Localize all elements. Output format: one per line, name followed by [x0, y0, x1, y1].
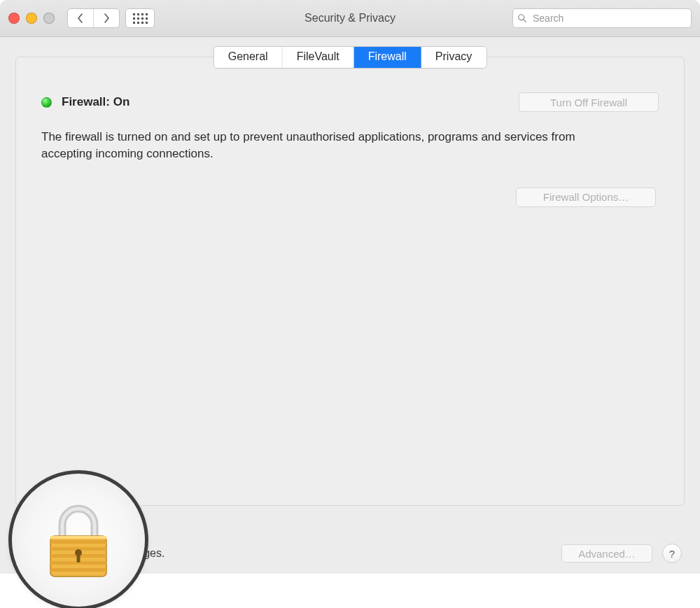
tab-filevault[interactable]: FileVault	[283, 47, 354, 68]
zoom-window-button[interactable]	[43, 13, 55, 24]
lock-callout-highlight	[8, 470, 148, 608]
tab-bar: General FileVault Firewall Privacy	[214, 46, 487, 69]
lock-large-icon	[40, 498, 117, 582]
close-window-button[interactable]	[8, 13, 20, 24]
svg-line-1	[524, 20, 526, 22]
firewall-options-button[interactable]: Firewall Options…	[516, 188, 656, 207]
panel-body: Firewall: On Turn Off Firewall The firew…	[16, 57, 684, 221]
chevron-left-icon	[76, 13, 85, 23]
back-button[interactable]	[68, 9, 94, 27]
show-all-prefs-button[interactable]	[125, 8, 155, 28]
firewall-status-label: Firewall: On	[62, 95, 130, 109]
window-controls	[8, 13, 55, 24]
turn-off-firewall-button[interactable]: Turn Off Firewall	[519, 92, 659, 112]
tab-firewall[interactable]: Firewall	[354, 47, 421, 68]
titlebar: Security & Privacy	[0, 0, 700, 37]
grid-icon	[133, 13, 148, 24]
firewall-description: The firewall is turned on and set up to …	[41, 129, 587, 162]
tab-privacy[interactable]: Privacy	[421, 47, 486, 68]
preferences-window: Security & Privacy General FileVault Fir…	[0, 0, 700, 574]
advanced-button[interactable]: Advanced…	[561, 544, 652, 563]
search-input[interactable]	[512, 8, 692, 28]
svg-point-0	[519, 15, 524, 20]
settings-panel: General FileVault Firewall Privacy Firew…	[15, 57, 685, 506]
svg-rect-4	[50, 540, 106, 544]
help-button[interactable]: ?	[662, 544, 682, 563]
firewall-status-row: Firewall: On Turn Off Firewall	[41, 92, 659, 112]
forward-button[interactable]	[94, 9, 119, 27]
nav-back-forward	[67, 8, 120, 28]
minimize-window-button[interactable]	[26, 13, 37, 24]
search-wrap	[512, 8, 692, 28]
chevron-right-icon	[102, 13, 111, 23]
search-icon	[517, 13, 527, 23]
svg-rect-8	[50, 568, 106, 572]
tab-general[interactable]: General	[214, 47, 283, 68]
svg-rect-9	[50, 536, 106, 539]
status-indicator-icon	[41, 97, 52, 108]
svg-rect-11	[77, 554, 80, 563]
